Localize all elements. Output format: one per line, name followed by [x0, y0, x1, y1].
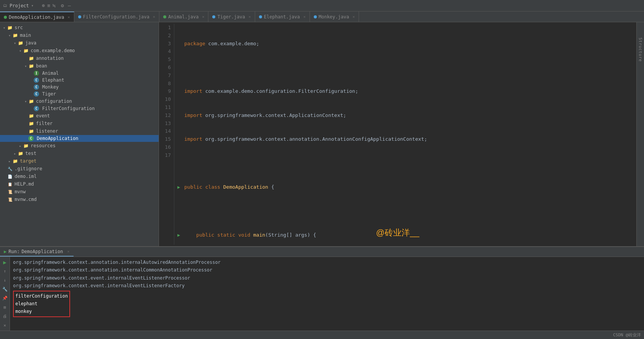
code-line-4: import org.springframework.context.Appli… — [177, 112, 633, 120]
tree-com-example-demo[interactable]: ▾ 📁 com.example.demo — [0, 47, 159, 54]
highlighted-output-block: filterConfiguration elephant monkey — [13, 291, 70, 317]
tab-demoapplication[interactable]: DemoApplication.java ✕ — [0, 12, 74, 22]
tree-test[interactable]: ▸ 📁 test — [0, 150, 159, 157]
tree-label-event: event — [36, 113, 50, 118]
tree-label-demo-iml: demo.iml — [15, 174, 37, 179]
tree-target[interactable]: ▸ 📁 target — [0, 157, 159, 165]
tree-filter[interactable]: 📁 filter — [0, 120, 159, 127]
tab-tiger[interactable]: Tiger.java ✕ — [208, 12, 255, 22]
bottom-tabs: ▶ Run: DemoApplication ✕ — [0, 247, 644, 257]
tree-java[interactable]: ▾ 📁 java — [0, 39, 159, 47]
run-tab-close[interactable]: ✕ — [67, 249, 70, 253]
tab-monkey[interactable]: Monkey.java ✕ — [310, 12, 359, 22]
tab-dot-green — [4, 16, 7, 19]
tree-monkey[interactable]: C Monkey — [0, 84, 159, 91]
tree-event[interactable]: 📁 event — [0, 112, 159, 120]
tab-close-2[interactable]: ✕ — [202, 15, 204, 19]
file-iml-icon: 📄 — [7, 173, 13, 179]
java-class-green-demo-icon: C — [28, 136, 34, 141]
toolbar-icon-3[interactable]: ≒ — [52, 3, 56, 8]
run-print-btn[interactable]: 🖨 — [1, 313, 9, 320]
tree-label-com: com.example.demo — [31, 48, 75, 53]
tree-filter-config[interactable]: C FilterConfiguration — [0, 105, 159, 112]
tree-label-src: src — [15, 25, 23, 30]
toolbar-icon-2[interactable]: ≡ — [47, 3, 50, 8]
tree-configuration[interactable]: ▾ 📁 configuration — [0, 97, 159, 105]
run-layout-btn[interactable]: ⊞ — [1, 304, 9, 311]
file-tree: ▾ 📁 src ▾ 📁 main ▾ 📁 java ▾ 📁 com.exampl… — [0, 22, 159, 205]
tree-annotation[interactable]: 📁 annotation — [0, 54, 159, 62]
code-line-9: ▶ public static void main(String[] args)… — [177, 231, 633, 239]
minimize-icon[interactable]: — — [68, 3, 71, 8]
code-content[interactable]: 12345 678910 1112131415 1617 package com… — [159, 22, 636, 246]
tree-label-demo-app: DemoApplication — [37, 136, 78, 141]
tree-mvnw[interactable]: 📜 mvnw — [0, 188, 159, 196]
tree-tiger[interactable]: C Tiger — [0, 91, 159, 97]
tab-close-0[interactable]: ✕ — [68, 15, 70, 19]
code-line-7: ▶ public class DemoApplication { — [177, 183, 633, 191]
code-lines[interactable]: package com.example.demo; import com.exa… — [174, 24, 636, 245]
run-close-btn[interactable]: ✕ — [1, 322, 9, 329]
arrow-configuration: ▾ — [23, 99, 28, 104]
folder-main-icon: 📁 — [12, 32, 18, 38]
tree-help-md[interactable]: 📋 HELP.md — [0, 180, 159, 188]
line-numbers: 12345 678910 1112131415 1617 — [159, 24, 174, 245]
tree-listener[interactable]: 📁 listener — [0, 127, 159, 135]
java-interface-animal-icon: I — [34, 71, 39, 76]
folder-event-icon: 📁 — [28, 113, 34, 119]
arrow-test: ▸ — [12, 151, 18, 156]
run-scroll-up-btn[interactable]: ↑ — [1, 268, 9, 275]
tree-main[interactable]: ▾ 📁 main — [0, 31, 159, 39]
file-gitignore-icon: 🔧 — [7, 166, 13, 172]
folder-listener-icon: 📁 — [28, 128, 34, 134]
console-output: org.springframework.context.annotation.i… — [10, 257, 644, 331]
run-wrench-btn[interactable]: 🔧 — [1, 286, 9, 293]
tree-demo-app[interactable]: C DemoApplication — [0, 135, 159, 142]
right-structure-panel[interactable]: Structure — [636, 22, 644, 246]
console-line-4: org.springframework.context.event.intern… — [13, 282, 641, 290]
tree-src[interactable]: ▾ 📁 src — [0, 24, 159, 31]
arrow-bean: ▾ — [23, 64, 28, 68]
tree-label-tiger: Tiger — [42, 91, 56, 97]
tree-label-resources: resources — [31, 143, 56, 148]
tab-close-3[interactable]: ✕ — [249, 15, 251, 19]
dropdown-icon[interactable]: ▾ — [31, 3, 34, 8]
java-class-elephant-icon: C — [34, 77, 39, 83]
editor-area[interactable]: 12345 678910 1112131415 1617 package com… — [159, 22, 636, 246]
tree-label-listener: listener — [36, 128, 58, 134]
tab-close-5[interactable]: ✕ — [352, 15, 355, 19]
tab-close-1[interactable]: ✕ — [153, 15, 155, 19]
tab-label-demoapplication: DemoApplication.java — [9, 15, 64, 20]
tab-dot-blue-4 — [259, 15, 262, 18]
tab-elephant[interactable]: Elephant.java ✕ — [255, 12, 310, 22]
folder-annotation-icon: 📁 — [28, 55, 34, 61]
tab-animal[interactable]: Animal.java ✕ — [159, 12, 209, 22]
toolbar-icon-1[interactable]: ⊕ — [42, 3, 45, 8]
run-icon: ▶ — [4, 249, 7, 254]
tree-label-elephant: Elephant — [42, 77, 64, 83]
tab-close-4[interactable]: ✕ — [303, 15, 306, 19]
tree-label-filter-config: FilterConfiguration — [42, 106, 95, 111]
tree-mvnw-cmd[interactable]: 📜 mvnw.cmd — [0, 196, 159, 203]
code-line-8 — [177, 207, 633, 215]
run-tab-label: Run: — [8, 249, 20, 254]
tab-label-tiger: Tiger.java — [217, 14, 245, 20]
gear-icon[interactable]: ⚙ — [61, 3, 64, 8]
tree-elephant[interactable]: C Elephant — [0, 77, 159, 84]
console-line-monkey: monkey — [15, 308, 68, 315]
tree-label-target: target — [20, 158, 36, 164]
run-pin-btn[interactable]: 📌 — [1, 295, 9, 302]
run-tab[interactable]: ▶ Run: DemoApplication ✕ — [0, 247, 74, 257]
tab-label-elephant: Elephant.java — [264, 14, 300, 20]
title-bar: 🗂 Project ▾ ⊕ ≡ ≒ ⚙ — — [0, 0, 644, 12]
tab-filterconfiguration[interactable]: FilterConfiguration.java ✕ — [74, 12, 159, 22]
run-scroll-down-btn[interactable]: ↓ — [1, 276, 9, 284]
run-play-btn[interactable]: ▶ — [1, 258, 9, 266]
tree-animal[interactable]: I Animal — [0, 70, 159, 77]
tree-resources[interactable]: ▸ 📁 resources — [0, 142, 159, 150]
tree-bean[interactable]: ▾ 📁 bean — [0, 62, 159, 70]
file-mvnw-cmd-icon: 📜 — [7, 196, 13, 202]
tree-label-gitignore: .gitignore — [15, 166, 42, 171]
tree-demo-iml[interactable]: 📄 demo.iml — [0, 173, 159, 180]
tree-gitignore[interactable]: 🔧 .gitignore — [0, 165, 159, 173]
